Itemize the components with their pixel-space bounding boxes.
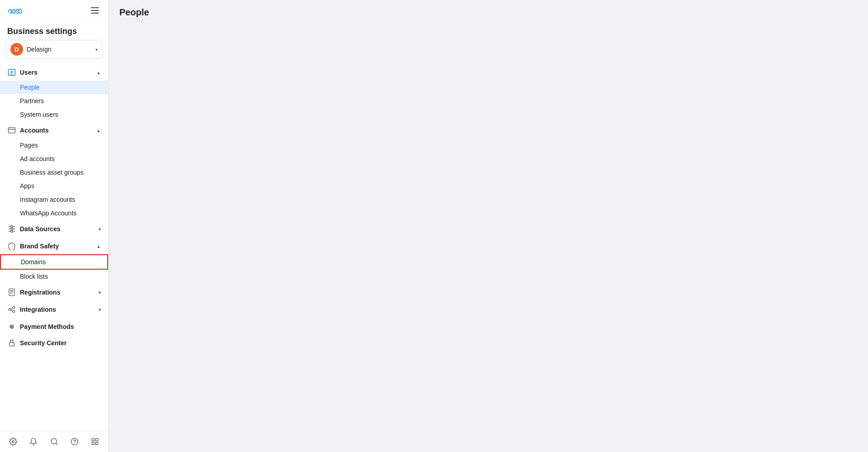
accounts-label: Accounts	[20, 127, 49, 134]
svg-point-17	[13, 310, 15, 313]
svg-rect-28	[96, 438, 98, 441]
hamburger-button[interactable]	[89, 5, 101, 15]
svg-rect-1	[9, 128, 15, 133]
accounts-chevron-icon: ▲	[96, 128, 101, 133]
security-center-label: Security Center	[20, 339, 66, 347]
chevron-down-icon: ▾	[95, 47, 98, 52]
search-button[interactable]	[48, 436, 60, 447]
notifications-button[interactable]	[28, 436, 39, 447]
sidebar-item-pages[interactable]: Pages	[0, 138, 108, 152]
sidebar-item-payment-methods[interactable]: Payment Methods	[0, 319, 108, 335]
meta-logo-svg	[7, 6, 24, 15]
sidebar-item-apps[interactable]: Apps	[0, 179, 108, 193]
brand-safety-icon	[7, 242, 16, 251]
registrations-icon	[7, 288, 16, 297]
page-header: People	[108, 0, 868, 25]
sidebar-item-domains[interactable]: Domains	[0, 254, 108, 270]
meta-logo	[7, 6, 24, 15]
sidebar-item-whatsapp-accounts[interactable]: WhatsApp Accounts	[0, 206, 108, 220]
svg-rect-21	[9, 343, 14, 346]
sidebar-item-system-users[interactable]: System users	[0, 108, 108, 121]
payment-icon	[7, 322, 16, 331]
nav-section-accounts: Accounts ▲ Pages Ad accounts Business as…	[0, 122, 108, 220]
brand-safety-label: Brand Safety	[20, 243, 59, 250]
integrations-icon	[7, 305, 16, 314]
accounts-section-header[interactable]: Accounts ▲	[0, 122, 108, 138]
account-name: Delasign	[27, 46, 92, 53]
users-section-header[interactable]: Users ▲	[0, 64, 108, 81]
avatar: D	[10, 43, 23, 56]
svg-rect-30	[96, 442, 98, 445]
main-content: People	[108, 0, 868, 452]
data-sources-section-header[interactable]: Data Sources ▾	[0, 221, 108, 237]
data-sources-label: Data Sources	[20, 225, 60, 233]
brand-safety-chevron-icon: ▲	[96, 244, 101, 249]
users-sub-items: People Partners System users	[0, 81, 108, 121]
nav-section-data-sources: Data Sources ▾	[0, 221, 108, 237]
sidebar-header	[0, 0, 108, 21]
svg-line-24	[56, 443, 57, 444]
svg-rect-27	[92, 438, 94, 441]
users-label: Users	[20, 69, 38, 76]
accounts-icon	[7, 126, 16, 135]
integrations-chevron-icon: ▾	[99, 307, 101, 312]
data-sources-chevron-icon: ▾	[99, 227, 101, 232]
nav-section-users: Users ▲ People Partners System users	[0, 64, 108, 121]
svg-point-22	[12, 441, 14, 443]
payment-methods-label: Payment Methods	[20, 323, 74, 330]
page-title: People	[119, 7, 857, 18]
sidebar-item-people[interactable]: People	[0, 81, 108, 94]
sidebar-footer	[0, 431, 108, 452]
svg-line-18	[11, 308, 13, 309]
users-chevron-icon: ▲	[96, 70, 101, 75]
users-icon	[7, 68, 16, 77]
svg-rect-29	[92, 442, 94, 445]
sidebar-item-ad-accounts[interactable]: Ad accounts	[0, 152, 108, 166]
integrations-section-header[interactable]: Integrations ▾	[0, 301, 108, 318]
sidebar: Business settings D Delasign ▾ Users ▲ P…	[0, 0, 108, 452]
brand-safety-sub-items: Domains Block lists	[0, 254, 108, 283]
sidebar-item-instagram-accounts[interactable]: Instagram accounts	[0, 193, 108, 206]
registrations-label: Registrations	[20, 289, 60, 296]
sidebar-item-block-lists[interactable]: Block lists	[0, 270, 108, 283]
brand-safety-section-header[interactable]: Brand Safety ▲	[0, 238, 108, 254]
help-button[interactable]	[69, 436, 80, 447]
registrations-chevron-icon: ▾	[99, 290, 101, 295]
integrations-label: Integrations	[20, 306, 56, 313]
sidebar-item-business-asset-groups[interactable]: Business asset groups	[0, 166, 108, 179]
sidebar-item-security-center[interactable]: Security Center	[0, 335, 108, 351]
sidebar-item-partners[interactable]: Partners	[0, 94, 108, 108]
security-icon	[7, 338, 16, 347]
account-selector[interactable]: D Delasign ▾	[5, 40, 103, 59]
settings-button[interactable]	[7, 436, 19, 447]
business-settings-title: Business settings	[0, 21, 108, 40]
nav-section-registrations: Registrations ▾	[0, 284, 108, 300]
svg-point-16	[13, 306, 15, 309]
registrations-section-header[interactable]: Registrations ▾	[0, 284, 108, 300]
nav-section-integrations: Integrations ▾	[0, 301, 108, 318]
svg-line-19	[11, 309, 13, 311]
data-sources-icon	[7, 224, 16, 233]
grid-button[interactable]	[89, 436, 101, 447]
accounts-sub-items: Pages Ad accounts Business asset groups …	[0, 138, 108, 220]
nav-section-brand-safety: Brand Safety ▲ Domains Block lists	[0, 238, 108, 283]
